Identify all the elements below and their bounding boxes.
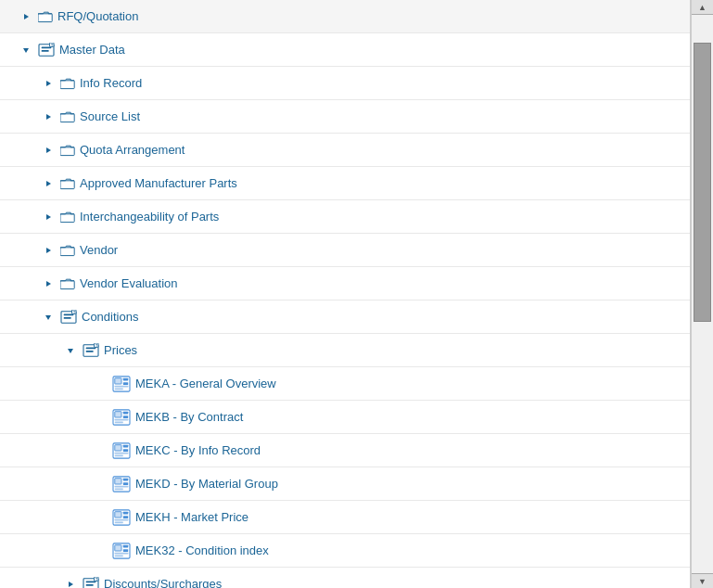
tree-row[interactable]: T Conditions	[0, 300, 690, 334]
tree-item-label: MEK32 - Condition index	[135, 543, 269, 557]
svg-rect-39	[115, 385, 128, 387]
svg-rect-60	[115, 485, 128, 487]
tree-row[interactable]: Vendor	[0, 234, 690, 267]
scroll-thumb[interactable]	[694, 43, 711, 322]
tree-row[interactable]: Info Record	[0, 67, 690, 100]
svg-marker-10	[46, 114, 51, 120]
svg-rect-19	[60, 247, 74, 255]
tree-item-label: MEKD - By Material Group	[135, 477, 278, 491]
svg-rect-42	[115, 411, 121, 416]
svg-rect-65	[123, 511, 128, 514]
svg-marker-20	[46, 281, 51, 287]
tree-row[interactable]: Interchangeability of Parts	[0, 200, 690, 234]
svg-marker-0	[24, 14, 29, 19]
tree-row[interactable]: MEKB - By Contract	[0, 401, 690, 434]
svg-rect-66	[123, 516, 128, 518]
tree-item-label: Vendor	[80, 243, 118, 257]
svg-rect-52	[123, 449, 128, 452]
svg-marker-14	[46, 181, 51, 186]
transaction-icon	[111, 441, 132, 460]
expand-icon[interactable]	[41, 310, 56, 325]
svg-rect-75	[115, 555, 123, 556]
tx-icon: T	[59, 309, 78, 326]
svg-marker-76	[69, 582, 73, 587]
tree-row[interactable]: RFQ/Quotation	[0, 0, 690, 33]
folder-icon	[59, 277, 76, 290]
tree-item-label: Prices	[104, 343, 137, 357]
svg-rect-73	[123, 549, 128, 552]
expand-icon[interactable]	[19, 43, 33, 58]
collapse-icon[interactable]	[41, 176, 56, 191]
svg-rect-1	[38, 13, 52, 21]
svg-rect-59	[123, 482, 128, 485]
folder-icon	[59, 110, 76, 123]
tree-row[interactable]: Source List	[0, 100, 690, 134]
collapse-icon[interactable]	[41, 276, 56, 291]
svg-rect-74	[115, 552, 128, 554]
svg-rect-9	[60, 80, 74, 88]
tree-row[interactable]: Vendor Evaluation	[0, 267, 690, 300]
folder-icon	[59, 244, 76, 257]
svg-rect-67	[115, 518, 128, 520]
tree-item-label: Interchangeability of Parts	[80, 210, 219, 224]
tx-icon: T	[82, 576, 100, 589]
transaction-icon	[111, 475, 132, 493]
tree-item-label: Info Record	[80, 76, 142, 90]
svg-rect-72	[123, 544, 128, 547]
collapse-icon[interactable]	[41, 210, 56, 224]
tree-row[interactable]: Quota Arrangement	[0, 134, 690, 167]
collapse-icon[interactable]	[41, 243, 56, 258]
tree-item-label: Source List	[80, 109, 140, 123]
svg-marker-2	[23, 48, 29, 53]
svg-rect-54	[115, 454, 123, 456]
svg-rect-70	[115, 544, 121, 550]
svg-rect-38	[123, 382, 128, 385]
collapse-icon[interactable]	[63, 577, 78, 589]
scroll-down-button[interactable]: ▼	[692, 573, 713, 588]
svg-rect-31	[86, 351, 94, 352]
collapse-icon[interactable]	[41, 143, 56, 158]
svg-rect-40	[115, 388, 123, 390]
tx-icon: T	[82, 342, 100, 359]
svg-rect-15	[60, 180, 74, 188]
svg-rect-44	[123, 411, 128, 414]
collapse-icon[interactable]	[19, 9, 33, 24]
tree-area[interactable]: RFQ/Quotation T Master Data	[0, 0, 691, 588]
tree-item-label: MEKC - By Info Record	[135, 443, 261, 457]
tree-row[interactable]: Approved Manufacturer Parts	[0, 167, 690, 200]
svg-rect-45	[123, 415, 128, 418]
svg-rect-21	[60, 280, 74, 288]
tree-item-label: Approved Manufacturer Parts	[80, 176, 237, 190]
svg-marker-22	[45, 315, 51, 320]
expand-icon[interactable]	[63, 343, 78, 358]
tree-row[interactable]: MEKD - By Material Group	[0, 467, 690, 501]
tree-item-label: Discounts/Surcharges	[104, 577, 222, 588]
scroll-up-button[interactable]: ▲	[692, 0, 713, 15]
transaction-icon	[111, 408, 132, 427]
tree-row[interactable]: T Discounts/Surcharges	[0, 568, 690, 588]
svg-marker-12	[46, 147, 51, 153]
svg-rect-17	[60, 213, 74, 222]
tree-row[interactable]: T Prices	[0, 334, 690, 367]
svg-rect-63	[115, 511, 121, 517]
tree-row[interactable]: MEKC - By Info Record	[0, 434, 690, 467]
tx-icon: T	[37, 42, 56, 58]
tree-row[interactable]: MEK32 - Condition index	[0, 534, 690, 568]
collapse-icon[interactable]	[41, 76, 56, 91]
tree-row[interactable]: MEKA - General Overview	[0, 367, 690, 401]
tree-item-label: MEKB - By Contract	[135, 410, 243, 424]
tree-row[interactable]: MEKH - Market Price	[0, 501, 690, 534]
main-container: RFQ/Quotation T Master Data	[0, 0, 713, 588]
svg-rect-46	[115, 418, 128, 420]
svg-rect-37	[123, 377, 128, 380]
transaction-icon	[111, 375, 132, 393]
svg-marker-28	[68, 349, 73, 353]
tree-item-label: Conditions	[82, 310, 138, 324]
svg-rect-79	[86, 584, 94, 586]
svg-marker-16	[46, 214, 51, 220]
svg-marker-18	[46, 248, 51, 253]
svg-rect-47	[115, 421, 123, 423]
collapse-icon[interactable]	[41, 109, 56, 124]
tree-row[interactable]: T Master Data	[0, 33, 690, 67]
svg-rect-49	[115, 444, 121, 450]
